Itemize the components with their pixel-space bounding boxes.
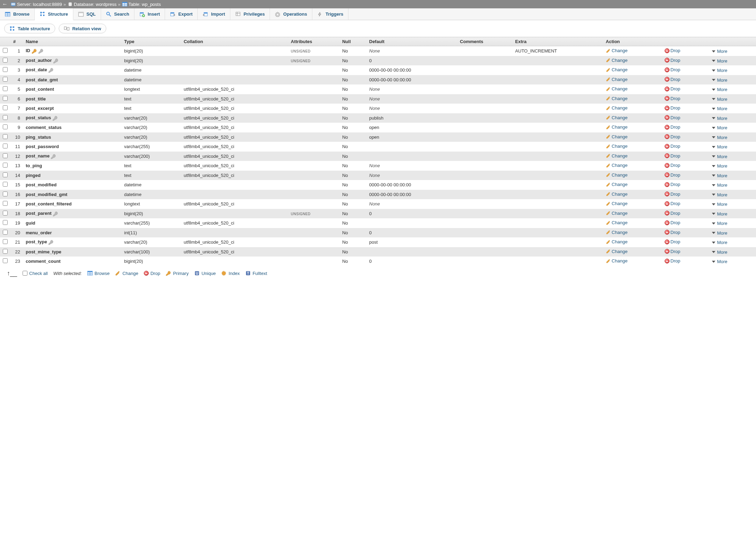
back-arrow-icon[interactable]: ←: [2, 1, 8, 7]
change-link[interactable]: Change: [612, 182, 628, 187]
row-checkbox[interactable]: [3, 67, 8, 72]
row-checkbox[interactable]: [3, 172, 8, 177]
more-link[interactable]: More: [717, 163, 728, 169]
row-checkbox[interactable]: [3, 86, 8, 91]
more-link[interactable]: More: [717, 49, 728, 54]
change-link[interactable]: Change: [612, 96, 628, 101]
tab-operations[interactable]: Operations: [270, 8, 312, 20]
drop-link[interactable]: Drop: [671, 144, 680, 149]
footer-drop[interactable]: Drop: [144, 271, 160, 276]
more-link[interactable]: More: [717, 125, 728, 130]
tab-insert[interactable]: Insert: [134, 8, 165, 20]
change-link[interactable]: Change: [612, 77, 628, 82]
row-checkbox[interactable]: [3, 182, 8, 187]
drop-link[interactable]: Drop: [671, 163, 680, 168]
check-all[interactable]: Check all: [23, 271, 48, 276]
more-link[interactable]: More: [717, 182, 728, 188]
tab-privileges[interactable]: Privileges: [230, 8, 270, 20]
row-checkbox[interactable]: [3, 239, 8, 244]
row-checkbox[interactable]: [3, 115, 8, 120]
more-link[interactable]: More: [717, 106, 728, 111]
row-checkbox[interactable]: [3, 249, 8, 254]
row-checkbox[interactable]: [3, 258, 8, 263]
footer-index[interactable]: Index: [221, 270, 240, 276]
change-link[interactable]: Change: [612, 258, 628, 263]
breadcrumb-server[interactable]: Server: localhost:8889: [17, 2, 62, 7]
row-checkbox[interactable]: [3, 144, 8, 148]
subtab-relation-view[interactable]: Relation view: [59, 24, 106, 33]
change-link[interactable]: Change: [612, 105, 628, 111]
tab-sql[interactable]: SQL: [73, 8, 101, 20]
tab-search[interactable]: Search: [101, 8, 134, 20]
more-link[interactable]: More: [717, 78, 728, 83]
drop-link[interactable]: Drop: [671, 96, 680, 101]
drop-link[interactable]: Drop: [671, 220, 680, 225]
change-link[interactable]: Change: [612, 153, 628, 159]
check-all-checkbox[interactable]: [23, 271, 27, 276]
drop-link[interactable]: Drop: [671, 124, 680, 130]
footer-change[interactable]: Change: [115, 270, 138, 276]
footer-primary[interactable]: Primary: [166, 270, 189, 276]
change-link[interactable]: Change: [612, 124, 628, 130]
footer-unique[interactable]: Unique: [194, 270, 216, 276]
drop-link[interactable]: Drop: [671, 48, 680, 53]
drop-link[interactable]: Drop: [671, 105, 680, 111]
change-link[interactable]: Change: [612, 144, 628, 149]
tab-browse[interactable]: Browse: [0, 8, 35, 20]
more-link[interactable]: More: [717, 116, 728, 121]
drop-link[interactable]: Drop: [671, 115, 680, 120]
change-link[interactable]: Change: [612, 249, 628, 254]
change-link[interactable]: Change: [612, 134, 628, 139]
row-checkbox[interactable]: [3, 124, 8, 129]
change-link[interactable]: Change: [612, 163, 628, 168]
row-checkbox[interactable]: [3, 48, 8, 53]
more-link[interactable]: More: [717, 58, 728, 64]
change-link[interactable]: Change: [612, 211, 628, 216]
subtab-table-structure[interactable]: Table structure: [4, 24, 55, 33]
more-link[interactable]: More: [717, 135, 728, 140]
more-link[interactable]: More: [717, 192, 728, 197]
change-link[interactable]: Change: [612, 239, 628, 244]
row-checkbox[interactable]: [3, 96, 8, 101]
drop-link[interactable]: Drop: [671, 230, 680, 235]
tab-structure[interactable]: Structure: [35, 8, 73, 20]
tab-export[interactable]: Export: [165, 8, 198, 20]
more-link[interactable]: More: [717, 144, 728, 149]
change-link[interactable]: Change: [612, 86, 628, 91]
change-link[interactable]: Change: [612, 48, 628, 53]
tab-import[interactable]: Import: [198, 8, 230, 20]
drop-link[interactable]: Drop: [671, 201, 680, 206]
change-link[interactable]: Change: [612, 201, 628, 206]
more-link[interactable]: More: [717, 68, 728, 73]
change-link[interactable]: Change: [612, 230, 628, 235]
change-link[interactable]: Change: [612, 172, 628, 178]
change-link[interactable]: Change: [612, 115, 628, 120]
drop-link[interactable]: Drop: [671, 58, 680, 63]
row-checkbox[interactable]: [3, 134, 8, 139]
drop-link[interactable]: Drop: [671, 182, 680, 187]
more-link[interactable]: More: [717, 97, 728, 102]
row-checkbox[interactable]: [3, 201, 8, 206]
drop-link[interactable]: Drop: [671, 211, 680, 216]
change-link[interactable]: Change: [612, 58, 628, 63]
row-checkbox[interactable]: [3, 58, 8, 63]
more-link[interactable]: More: [717, 259, 728, 264]
drop-link[interactable]: Drop: [671, 172, 680, 178]
row-checkbox[interactable]: [3, 77, 8, 82]
change-link[interactable]: Change: [612, 192, 628, 197]
more-link[interactable]: More: [717, 230, 728, 236]
more-link[interactable]: More: [717, 202, 728, 207]
row-checkbox[interactable]: [3, 211, 8, 216]
drop-link[interactable]: Drop: [671, 258, 680, 263]
change-link[interactable]: Change: [612, 67, 628, 72]
more-link[interactable]: More: [717, 221, 728, 226]
row-checkbox[interactable]: [3, 220, 8, 225]
more-link[interactable]: More: [717, 154, 728, 159]
footer-fulltext[interactable]: Fulltext: [245, 270, 267, 276]
row-checkbox[interactable]: [3, 153, 8, 158]
drop-link[interactable]: Drop: [671, 134, 680, 139]
drop-link[interactable]: Drop: [671, 67, 680, 72]
drop-link[interactable]: Drop: [671, 77, 680, 82]
drop-link[interactable]: Drop: [671, 249, 680, 254]
change-link[interactable]: Change: [612, 220, 628, 225]
